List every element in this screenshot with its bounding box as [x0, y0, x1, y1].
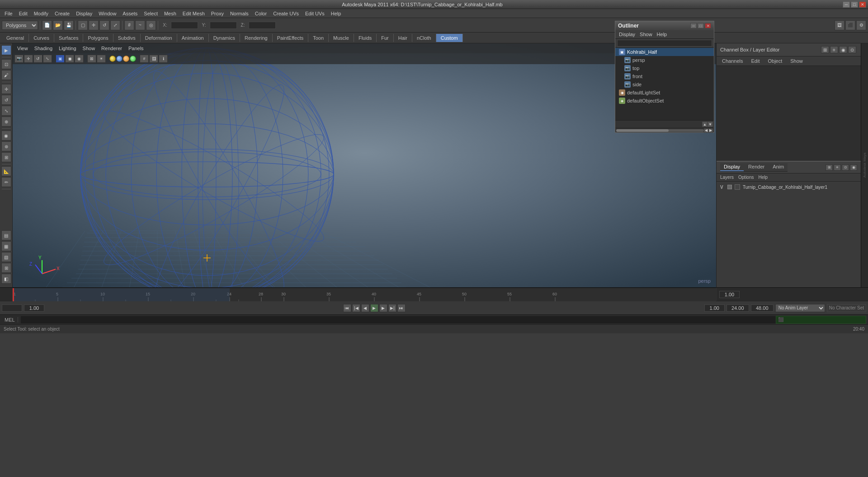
tab-object[interactable]: Object: [764, 57, 786, 65]
total-frames-field[interactable]: 24.00: [726, 304, 749, 312]
universal-manip[interactable]: ⊕: [1, 117, 11, 126]
light3-orb[interactable]: [123, 56, 129, 62]
render-layers-btn[interactable]: ▦: [1, 241, 11, 251]
vp-texture-btn[interactable]: ⊠: [87, 55, 96, 63]
save-scene-btn[interactable]: 💾: [64, 20, 74, 30]
play-fwd-btn[interactable]: ▶: [370, 304, 378, 312]
tab-general[interactable]: General: [2, 34, 29, 42]
go-to-prev-frame-btn[interactable]: ◀: [361, 304, 369, 312]
quick-layout-btn[interactable]: ⊞: [1, 263, 11, 273]
outliner-item-0[interactable]: ▣ Kohlrabi_Half: [615, 48, 714, 56]
sculpt-tool[interactable]: ⊛: [1, 141, 11, 151]
layers-icon1[interactable]: ⊞: [826, 164, 833, 171]
menu-file[interactable]: File: [2, 10, 15, 17]
command-input[interactable]: [21, 316, 776, 323]
outliner-item-4[interactable]: 📷 side: [615, 80, 714, 89]
vp-camera-btn[interactable]: 📷: [14, 55, 24, 63]
layers-icon3[interactable]: ⊙: [842, 164, 849, 171]
menu-create[interactable]: Create: [52, 10, 72, 17]
outliner-item-1[interactable]: 📷 persp: [615, 56, 714, 64]
anim-layer-select[interactable]: No Anim Layer: [775, 304, 825, 312]
menu-window[interactable]: Window: [96, 10, 119, 17]
layers-tab-display[interactable]: Display: [720, 163, 744, 171]
close-button[interactable]: ✕: [859, 1, 866, 8]
channel-box-icon3[interactable]: ◉: [839, 46, 847, 53]
menu-proxy[interactable]: Proxy: [208, 10, 226, 17]
menu-create-uvs[interactable]: Create UVs: [270, 10, 302, 17]
cluster-tool[interactable]: ⊞: [1, 152, 11, 162]
vp-smooth-btn[interactable]: ◉: [75, 55, 84, 63]
tab-fur[interactable]: Fur: [377, 34, 394, 42]
menu-edit-uvs[interactable]: Edit UVs: [302, 10, 327, 17]
layers-sub-options[interactable]: Options: [736, 174, 755, 180]
vp-menu-panels[interactable]: Panels: [126, 45, 146, 52]
rotate-tool-btn[interactable]: ↺: [99, 20, 109, 30]
vp-menu-renderer[interactable]: Renderer: [99, 45, 125, 52]
layers-sub-layers[interactable]: Layers: [718, 174, 736, 180]
layers-tab-anim[interactable]: Anim: [769, 163, 788, 171]
tab-surfaces[interactable]: Surfaces: [54, 34, 83, 42]
menu-help[interactable]: Help: [328, 10, 344, 17]
outliner-close[interactable]: ✕: [705, 23, 711, 28]
outliner-search-input[interactable]: [617, 40, 712, 47]
vp-hud-btn[interactable]: ℹ: [159, 55, 168, 63]
vp-grid-btn[interactable]: #: [140, 55, 149, 63]
tab-show[interactable]: Show: [787, 57, 807, 65]
layers-icon4[interactable]: ◉: [850, 164, 857, 171]
vp-scale-btn[interactable]: ⤡: [43, 55, 52, 63]
vp-menu-shading[interactable]: Shading: [32, 45, 55, 52]
vp-wireframe-btn[interactable]: ▣: [56, 55, 65, 63]
snap-grid-btn[interactable]: #: [124, 20, 134, 30]
layers-icon2[interactable]: ≡: [834, 164, 841, 171]
menu-edit[interactable]: Edit: [16, 10, 30, 17]
tab-muscle[interactable]: Muscle: [329, 34, 354, 42]
menu-mesh[interactable]: Mesh: [161, 10, 179, 17]
outliner-item-6[interactable]: ◈ defaultObjectSet: [615, 97, 714, 105]
rotate-tool-left[interactable]: ↺: [1, 95, 11, 105]
tab-ncloth[interactable]: nCloth: [412, 34, 436, 42]
layer-visibility-0[interactable]: V: [720, 185, 726, 190]
vp-light-btn[interactable]: ☀: [97, 55, 106, 63]
move-tool-btn[interactable]: ✛: [89, 20, 99, 30]
outliner-item-3[interactable]: 📷 front: [615, 72, 714, 80]
paint-select-tool[interactable]: 🖌: [1, 70, 11, 80]
maximize-button[interactable]: □: [851, 1, 858, 8]
go-to-end-btn[interactable]: ⏭: [397, 304, 406, 312]
tab-painteffects[interactable]: PaintEffects: [273, 34, 309, 42]
go-to-next-key-btn[interactable]: ▶|: [388, 304, 396, 312]
layer-item-0[interactable]: V Turnip_Cabbage_or_Kohlrabi_Half_layer1: [718, 183, 859, 191]
scale-tool-btn[interactable]: ⤢: [110, 20, 120, 30]
layers-sub-help[interactable]: Help: [756, 174, 769, 180]
render-settings-btn[interactable]: ⚙: [856, 20, 866, 30]
start-frame-field[interactable]: 1.00: [24, 304, 44, 312]
tab-custom[interactable]: Custom: [436, 34, 463, 42]
menu-display[interactable]: Display: [73, 10, 95, 17]
channel-box-icon1[interactable]: ⊞: [821, 46, 829, 53]
light2-orb[interactable]: [116, 56, 123, 62]
anim-end-field[interactable]: 48.00: [751, 304, 774, 312]
outliner-menu-display[interactable]: Display: [617, 31, 637, 37]
tab-subdivs[interactable]: Subdivs: [113, 34, 141, 42]
snap-curve-btn[interactable]: ~: [135, 20, 145, 30]
tab-deformation[interactable]: Deformation: [141, 34, 177, 42]
select-tool-btn[interactable]: ▢: [78, 20, 88, 30]
outliner-maximize[interactable]: □: [698, 23, 704, 28]
menu-color[interactable]: Color: [252, 10, 269, 17]
select-arrow-tool[interactable]: ▶: [1, 45, 11, 55]
show-hide-btn[interactable]: ◧: [1, 274, 11, 284]
channel-box-icon4[interactable]: ⊙: [848, 46, 856, 53]
tab-curves[interactable]: Curves: [29, 34, 54, 42]
z-axis-input[interactable]: [249, 22, 276, 29]
tab-fluids[interactable]: Fluids: [354, 34, 377, 42]
playback-speed-field[interactable]: 1.00: [704, 304, 725, 312]
measure-tool[interactable]: 📐: [1, 166, 11, 176]
layers-tab-render[interactable]: Render: [745, 163, 768, 171]
window-controls[interactable]: ─ □ ✕: [843, 1, 866, 8]
move-tool-left[interactable]: ✛: [1, 84, 11, 94]
outliner-menu-help[interactable]: Help: [655, 31, 669, 37]
vp-image-plane-btn[interactable]: 🖼: [149, 55, 158, 63]
display-layers-btn[interactable]: ▤: [1, 230, 11, 240]
menu-normals[interactable]: Normals: [227, 10, 251, 17]
menu-modify[interactable]: Modify: [31, 10, 51, 17]
menu-assets[interactable]: Assets: [120, 10, 140, 17]
